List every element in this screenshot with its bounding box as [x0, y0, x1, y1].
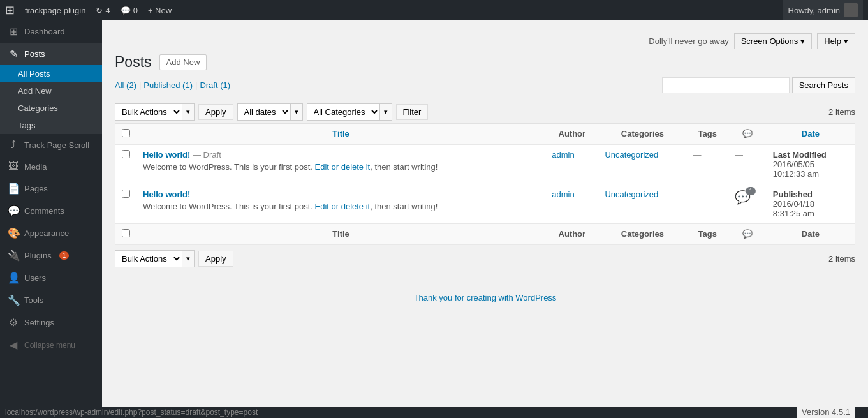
select-all-checkbox[interactable]: [122, 129, 130, 137]
draft-posts-link[interactable]: Draft (1): [200, 80, 230, 90]
bulk-actions-bottom-select[interactable]: Bulk Actions: [115, 250, 182, 267]
plugins-icon: 🔌: [8, 250, 19, 262]
date-sort-link[interactable]: Date: [802, 129, 820, 138]
row1-title-cell: Hello world! — Draft Welcome to WordPres…: [136, 144, 545, 184]
admin-menu: ⊞ Dashboard ✎ Posts All Posts Add New Ca…: [0, 20, 102, 418]
sep1: |: [139, 80, 141, 90]
sidebar-item-track-page-scroll[interactable]: ⤴ Track Page Scroll: [0, 134, 102, 156]
items-count-top: 2 items: [828, 107, 855, 117]
sidebar-item-tags[interactable]: Tags: [0, 117, 102, 134]
adminbar-site-name[interactable]: trackpage plugin: [20, 6, 91, 15]
row1-checkbox[interactable]: [122, 150, 130, 158]
row2-author-cell: admin: [545, 184, 598, 223]
table-body: Hello world! — Draft Welcome to WordPres…: [115, 144, 855, 223]
help-chevron-icon: ▾: [844, 36, 848, 46]
site-link[interactable]: trackpage plugin: [25, 6, 85, 15]
all-posts-link[interactable]: All (2): [115, 80, 136, 90]
row2-checkbox[interactable]: [122, 190, 130, 198]
all-categories-select[interactable]: All Categories: [307, 103, 380, 121]
apply-button-top[interactable]: Apply: [198, 104, 233, 120]
bulk-actions-top-arrow[interactable]: ▾: [182, 103, 195, 121]
date-header: Date: [767, 123, 855, 144]
sidebar-item-posts[interactable]: ✎ Posts: [0, 43, 102, 65]
comments-footer: 💬: [728, 223, 767, 244]
page-footer: Thank you for creating with WordPress: [115, 293, 855, 302]
track-page-scroll-icon: ⤴: [8, 139, 19, 151]
all-categories-arrow[interactable]: ▾: [380, 103, 392, 121]
categories-footer: Categories: [598, 223, 686, 244]
thanks-link[interactable]: Thank you for creating with WordPress: [414, 293, 557, 302]
sidebar-item-dashboard[interactable]: ⊞ Dashboard: [0, 20, 102, 43]
bulk-actions-bottom-arrow[interactable]: ▾: [182, 250, 195, 267]
comments-menu-icon: 💬: [8, 205, 19, 217]
pages-icon: 📄: [8, 183, 19, 195]
sidebar-item-tools[interactable]: 🔧 Tools: [0, 289, 102, 311]
items-count-bottom: 2 items: [828, 254, 855, 264]
row2-checkbox-cell: [115, 184, 137, 223]
select-all-header: [115, 123, 137, 144]
select-all-footer-checkbox[interactable]: [122, 229, 130, 237]
adminbar-updates[interactable]: ↻ 4: [91, 6, 115, 15]
add-new-button[interactable]: Add New: [159, 54, 207, 70]
tags-header: Tags: [686, 123, 728, 144]
row1-author-cell: admin: [545, 144, 598, 184]
sidebar-item-appearance[interactable]: 🎨 Appearance: [0, 222, 102, 244]
adminbar-comments[interactable]: 💬 0: [115, 6, 143, 15]
sidebar-item-collapse[interactable]: ◀ Collapse menu: [0, 334, 102, 356]
screen-options-chevron-icon: ▾: [800, 36, 805, 46]
row2-title-link[interactable]: Hello world!: [143, 190, 190, 199]
users-icon: 👤: [8, 272, 19, 284]
all-dates-select[interactable]: All dates: [237, 103, 291, 121]
wp-layout: ⊞ Dashboard ✎ Posts All Posts Add New Ca…: [0, 20, 868, 418]
comment-bubble-header-icon: 💬: [742, 129, 753, 138]
comments-icon: 💬: [121, 6, 131, 15]
search-input[interactable]: [662, 77, 790, 93]
dashboard-icon: ⊞: [8, 26, 19, 38]
row1-author-link[interactable]: admin: [552, 150, 574, 160]
row1-tags-cell: —: [686, 144, 728, 184]
row1-excerpt: Welcome to WordPress. This is your first…: [143, 162, 539, 172]
sidebar-item-pages[interactable]: 📄 Pages: [0, 177, 102, 200]
row2-category-link[interactable]: Uncategorized: [605, 190, 658, 199]
adminbar-new[interactable]: + New: [143, 6, 177, 15]
screen-options-button[interactable]: Screen Options ▾: [734, 33, 813, 49]
row1-checkbox-cell: [115, 144, 137, 184]
filter-button[interactable]: Filter: [396, 104, 429, 120]
sidebar-item-categories[interactable]: Categories: [0, 100, 102, 117]
posts-table: Title Author Categories Tags 💬 Date: [115, 123, 855, 245]
title-sort-link[interactable]: Title: [332, 129, 349, 138]
sidebar-item-all-posts[interactable]: All Posts: [0, 65, 102, 82]
collapse-icon: ◀: [8, 339, 19, 351]
page-header: Posts Add New: [115, 53, 855, 72]
sidebar-item-users[interactable]: 👤 Users: [0, 267, 102, 289]
sep2: |: [195, 80, 197, 90]
help-button[interactable]: Help ▾: [817, 33, 855, 49]
row1-post-title: Hello world! — Draft: [143, 150, 539, 160]
tools-icon: 🔧: [8, 294, 19, 306]
date-footer: Date: [767, 223, 855, 244]
bulk-actions-top-select[interactable]: Bulk Actions: [115, 103, 182, 121]
author-footer: Author: [545, 223, 598, 244]
row1-comments-cell: —: [728, 144, 767, 184]
apply-button-bottom[interactable]: Apply: [198, 251, 233, 267]
sidebar-item-comments[interactable]: 💬 Comments: [0, 200, 102, 222]
comments-header: 💬: [728, 123, 767, 144]
row2-edit-link[interactable]: Edit or delete it: [314, 202, 370, 211]
published-posts-link[interactable]: Published (1): [143, 80, 193, 90]
sidebar-item-media[interactable]: 🖼 Media: [0, 156, 102, 177]
row2-author-link[interactable]: admin: [552, 190, 574, 199]
row1-category-link[interactable]: Uncategorized: [605, 150, 658, 160]
row1-title-link[interactable]: Hello world! — Draft: [143, 150, 221, 160]
row2-tags-cell: —: [686, 184, 728, 223]
all-dates-arrow[interactable]: ▾: [291, 103, 303, 121]
wp-logo-icon: ⊞: [5, 3, 15, 17]
row2-comments-cell: 💬 1: [728, 184, 767, 223]
bulk-actions-top-wrap: Bulk Actions ▾: [115, 103, 195, 121]
sidebar-item-add-new-post[interactable]: Add New: [0, 82, 102, 100]
adminbar-howdy[interactable]: Howdy, admin: [783, 0, 863, 20]
search-posts-button[interactable]: Search Posts: [792, 77, 855, 93]
sidebar-item-settings[interactable]: ⚙ Settings: [0, 311, 102, 334]
sidebar-item-plugins[interactable]: 🔌 Plugins 1: [0, 244, 102, 267]
categories-header: Categories: [598, 123, 686, 144]
row1-edit-link[interactable]: Edit or delete it: [314, 162, 370, 172]
